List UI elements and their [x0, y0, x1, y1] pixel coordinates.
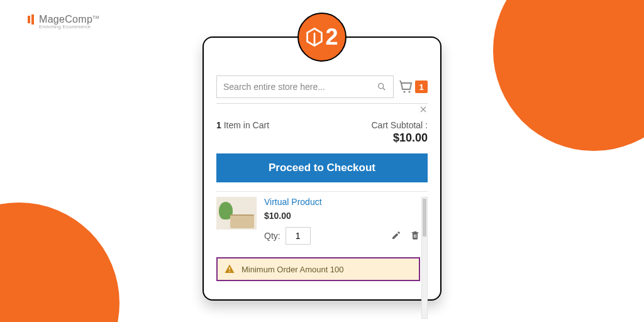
magento-icon: [306, 27, 323, 47]
cart-count-badge: 1: [415, 80, 428, 93]
close-minicart-button[interactable]: [419, 105, 428, 116]
proceed-to-checkout-button[interactable]: Proceed to Checkout: [216, 153, 428, 182]
warning-icon: [224, 264, 235, 275]
magecomp-logo-icon: [28, 14, 36, 25]
scrollbar[interactable]: [421, 197, 428, 319]
magecomp-logo: MageCompTM Enriching Ecommerce: [28, 14, 99, 30]
edit-item-button[interactable]: [391, 230, 401, 242]
search-icon: [377, 82, 387, 92]
svg-rect-6: [229, 267, 230, 270]
cart-icon: [399, 79, 414, 94]
minimum-order-warning: Minimum Order Amount 100: [216, 257, 420, 281]
cart-subtotal-amount: $10.00: [372, 131, 428, 145]
search-input[interactable]: [223, 82, 377, 92]
svg-point-0: [379, 84, 384, 89]
svg-point-2: [403, 91, 405, 92]
close-icon: [419, 105, 428, 114]
magento2-badge: 2: [297, 13, 347, 62]
pencil-icon: [391, 230, 401, 240]
trash-icon: [410, 230, 420, 240]
product-thumbnail[interactable]: [216, 197, 257, 230]
product-price: $10.00: [264, 211, 420, 221]
magento-version-text: 2: [325, 24, 338, 50]
cart-subtotal-label: Cart Subtotal :: [372, 120, 428, 130]
product-name-link[interactable]: Virtual Product: [264, 197, 322, 207]
cart-items-count: 1 Item in Cart: [216, 120, 269, 130]
remove-item-button[interactable]: [410, 230, 420, 242]
search-field[interactable]: [216, 75, 394, 98]
decor-circle-bottom-left: [0, 203, 119, 322]
cart-item: Virtual Product $10.00 Qty:: [216, 197, 420, 245]
svg-rect-7: [229, 271, 230, 272]
svg-line-1: [383, 88, 385, 90]
minicart-toggle[interactable]: 1: [399, 75, 428, 98]
qty-input[interactable]: [286, 227, 311, 245]
divider: [216, 103, 428, 104]
svg-point-3: [408, 91, 410, 92]
decor-circle-top-right: [493, 0, 644, 151]
magecomp-tagline: Enriching Ecommerce: [39, 24, 99, 30]
minicart-panel: 1 1 Item in Cart Cart Subtotal : $10.00 …: [203, 36, 441, 301]
scrollbar-thumb[interactable]: [423, 199, 426, 236]
cart-subtotal: Cart Subtotal : $10.00: [372, 120, 428, 145]
qty-label: Qty:: [264, 231, 280, 241]
warning-text: Minimum Order Amount 100: [242, 265, 344, 274]
divider: [216, 191, 428, 192]
